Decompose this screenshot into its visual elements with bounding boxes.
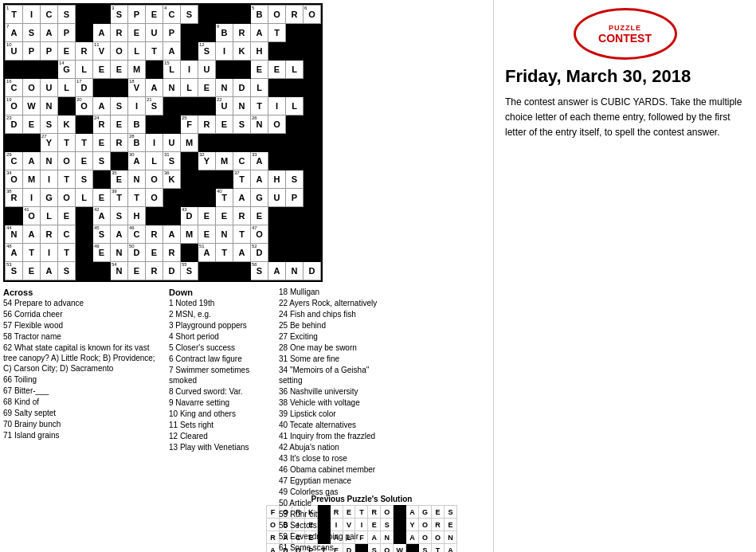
grid-cell: W [23, 97, 41, 115]
down-clues-top: Down 1 Noted 19th2 MSN, e.g.3 Playground… [169, 287, 272, 552]
grid-cell: E [111, 115, 128, 134]
grid-cell: 56S [251, 262, 268, 280]
grid-cell: 43D [181, 207, 198, 225]
grid-cell [286, 207, 304, 225]
grid-cell [268, 79, 286, 97]
contest-info: The contest answer is CUBIC YARDS. Take … [505, 95, 745, 141]
grid-cell [304, 97, 321, 115]
grid-cell [198, 170, 216, 189]
grid-cell: A [111, 225, 128, 244]
solution-cell: S [419, 544, 432, 553]
grid-cell: 42A [93, 207, 111, 225]
grid-cell: 30A [128, 152, 146, 170]
grid-cell: L [181, 79, 198, 97]
clue-item: 22 Ayers Rock, alternatively [279, 298, 382, 308]
grid-cell [216, 6, 233, 24]
grid-cell: L [76, 189, 93, 207]
grid-cell: A [233, 244, 251, 262]
grid-cell: L [58, 79, 76, 97]
clue-item: 43 It's close to rose [279, 453, 382, 464]
clue-item: 9 Navarre setting [169, 397, 272, 408]
solution-cell: R [432, 519, 445, 531]
grid-cell: P [58, 24, 76, 42]
clue-item: 4 Short period [169, 331, 272, 342]
grid-cell: 22U [216, 97, 233, 115]
solution-cell [394, 506, 406, 519]
grid-cell [181, 189, 198, 207]
clue-item: 12 Cleared [169, 431, 272, 441]
grid-cell: 34O [6, 170, 23, 189]
grid-cell: E [58, 207, 76, 225]
grid-cell: R [41, 225, 58, 244]
grid-cell: 10U [6, 42, 23, 61]
grid-cell: G [251, 189, 268, 207]
grid-cell: R [198, 115, 216, 134]
clue-item: 70 Brainy bunch [3, 419, 163, 429]
grid-cell: 24R [93, 115, 111, 134]
grid-cell [76, 24, 93, 42]
grid-cell: 5B [251, 6, 268, 24]
grid-cell [304, 61, 321, 79]
grid-cell: 19O [6, 97, 23, 115]
grid-cell: 6O [304, 6, 321, 24]
grid-cell: T [128, 189, 146, 207]
grid-cell [93, 170, 111, 189]
grid-cell [93, 6, 111, 24]
grid-cell: 33A [251, 152, 268, 170]
grid-cell [304, 115, 321, 134]
contest-badge-main: CONTEST [598, 32, 652, 45]
grid-cell: S [76, 170, 93, 189]
grid-cell [268, 134, 286, 152]
grid-cell [76, 225, 93, 244]
grid-cell: 1T [6, 6, 23, 24]
left-panel: 1TICS3SPE4CS5BOR6O7ASAPAREUP9BRAT10UPPER… [0, 0, 494, 552]
grid-cell: M [23, 170, 41, 189]
grid-cell: T [58, 244, 76, 262]
grid-cell: H [268, 170, 286, 189]
clue-item: 6 Contract law figure [169, 354, 272, 364]
clue-item: 1 Noted 19th [169, 298, 272, 308]
grid-cell: 14G [58, 61, 76, 79]
grid-cell [198, 262, 216, 280]
grid-cell: A [41, 24, 58, 42]
grid-cell: E [198, 79, 216, 97]
grid-cell [216, 262, 233, 280]
grid-cell [286, 152, 304, 170]
solution-cell: W [394, 544, 406, 553]
grid-cell: 55S [181, 262, 198, 280]
grid-cell: A [268, 262, 286, 280]
grid-cell: 32Y [198, 152, 216, 170]
grid-cell: N [41, 152, 58, 170]
grid-cell: T [76, 134, 93, 152]
solution-cell: G [419, 506, 432, 519]
grid-cell [93, 262, 111, 280]
grid-cell: R [146, 225, 163, 244]
grid-cell: U [268, 189, 286, 207]
solution-cell: A [406, 531, 419, 544]
grid-cell [216, 170, 233, 189]
clue-item: 28 One may be sworn [279, 343, 382, 353]
grid-cell: G [41, 189, 58, 207]
grid-cell: I [23, 6, 41, 24]
grid-cell [41, 61, 58, 79]
grid-cell: I [128, 97, 146, 115]
grid-cell: O [268, 115, 286, 134]
solution-cell: A [444, 544, 456, 553]
grid-cell [216, 61, 233, 79]
grid-cell: K [233, 42, 251, 61]
grid-cell [304, 170, 321, 189]
grid-cell: A [233, 189, 251, 207]
grid-cell: S [41, 115, 58, 134]
grid-cell [76, 244, 93, 262]
grid-cell [146, 61, 163, 79]
grid-cell [286, 134, 304, 152]
grid-cell [76, 6, 93, 24]
grid-cell: 27Y [41, 134, 58, 152]
crossword-grid: 1TICS3SPE4CS5BOR6O7ASAPAREUP9BRAT10UPPER… [3, 3, 323, 282]
grid-cell: U [198, 61, 216, 79]
grid-cell: E [251, 207, 268, 225]
grid-cell: E [111, 61, 128, 79]
grid-cell [286, 115, 304, 134]
grid-cell: O [111, 42, 128, 61]
grid-cell: 47O [251, 225, 268, 244]
